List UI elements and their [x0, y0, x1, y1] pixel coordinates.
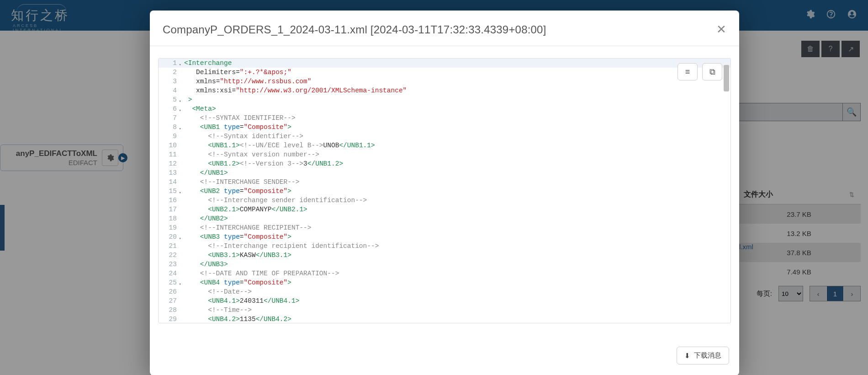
code-line[interactable]: 26 <!--Date--> [159, 287, 730, 296]
download-button[interactable]: ⬇ 下载消息 [677, 347, 729, 364]
code-line[interactable]: 2 Delimiters=":+.?*&apos;" [159, 68, 730, 77]
close-icon[interactable]: ✕ [716, 22, 726, 37]
code-line[interactable]: 16 <!--Interchange sender identification… [159, 196, 730, 205]
menu-icon[interactable]: ≡ [677, 63, 698, 80]
download-icon: ⬇ [684, 352, 690, 360]
code-line[interactable]: 3 xmlns="http://www.rssbus.com" [159, 77, 730, 86]
code-line[interactable]: 7 <!--SYNTAX IDENTIFIER--> [159, 113, 730, 123]
copy-icon[interactable]: ⧉ [702, 63, 722, 80]
code-line[interactable]: 19 <!--INTERCHANGE RECIPIENT--> [159, 223, 730, 232]
code-line[interactable]: 4 xmlns:xsi="http://www.w3.org/2001/XMLS… [159, 86, 730, 95]
code-line[interactable]: 1▾<Interchange [159, 59, 730, 68]
code-line[interactable]: 23 </UNB3> [159, 260, 730, 269]
code-line[interactable]: 18 </UNB2> [159, 214, 730, 223]
code-line[interactable]: 14 <!--INTERCHANGE SENDER--> [159, 177, 730, 187]
code-line[interactable]: 5▾ > [159, 95, 730, 104]
code-line[interactable]: 12 <UNB1.2><!--Version 3-->3</UNB1.2> [159, 159, 730, 168]
code-line[interactable]: 9 <!--Syntax identifier--> [159, 132, 730, 141]
code-line[interactable]: 29 <UNB4.2>1135</UNB4.2> [159, 315, 730, 323]
scrollbar[interactable] [724, 65, 729, 91]
code-line[interactable]: 25▾ <UNB4 type="Composite"> [159, 278, 730, 287]
code-line[interactable]: 20▾ <UNB3 type="Composite"> [159, 232, 730, 241]
code-line[interactable]: 11 <!--Syntax version number--> [159, 150, 730, 159]
code-viewer: ≡ ⧉ 1▾<Interchange2 Delimiters=":+.?*&ap… [158, 58, 731, 323]
code-line[interactable]: 22 <UNB3.1>KASW</UNB3.1> [159, 251, 730, 260]
code-line[interactable]: 17 <UNB2.1>COMPANYP</UNB2.1> [159, 205, 730, 214]
code-line[interactable]: 8▾ <UNB1 type="Composite"> [159, 123, 730, 132]
code-line[interactable]: 15▾ <UNB2 type="Composite"> [159, 187, 730, 196]
code-line[interactable]: 28 <!--Time--> [159, 305, 730, 315]
code-line[interactable]: 24 <!--DATE AND TIME OF PREPARATION--> [159, 269, 730, 278]
code-line[interactable]: 10 <UNB1.1><!--UN/ECE level B-->UNOB</UN… [159, 141, 730, 150]
code-line[interactable]: 13 </UNB1> [159, 168, 730, 177]
file-viewer-modal: CompanyP_ORDERS_1_2024-03-11.xml [2024-0… [150, 11, 739, 375]
code-line[interactable]: 27 <UNB4.1>240311</UNB4.1> [159, 296, 730, 305]
modal-title: CompanyP_ORDERS_1_2024-03-11.xml [2024-0… [163, 23, 546, 36]
code-line[interactable]: 21 <!--Interchange recipient identificat… [159, 241, 730, 251]
code-line[interactable]: 6▾ <Meta> [159, 104, 730, 113]
